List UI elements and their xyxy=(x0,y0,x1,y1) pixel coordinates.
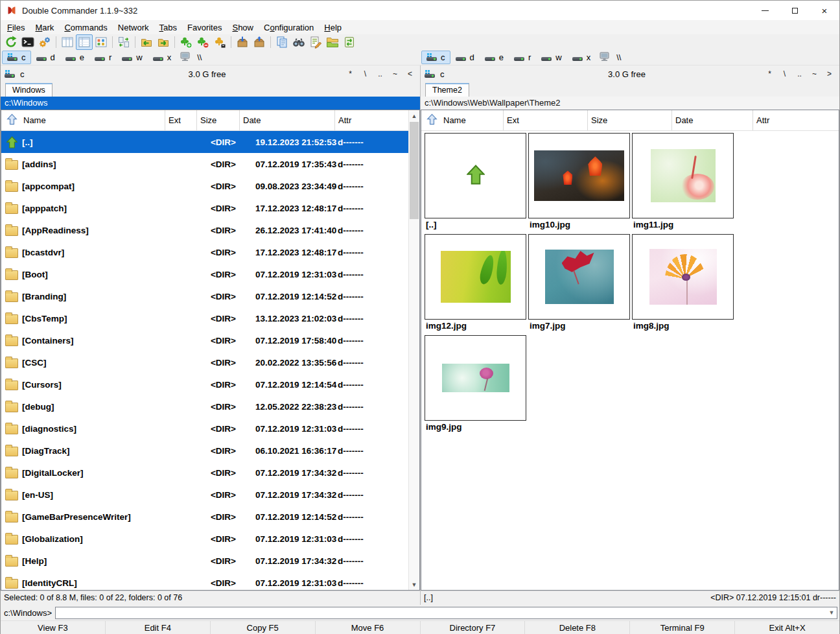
drive-button-right-w[interactable]: w xyxy=(536,51,566,64)
menu-favorites[interactable]: Favorites xyxy=(182,21,227,34)
fkey-button-f6[interactable]: Move F6 xyxy=(316,621,421,634)
fkey-button-f7[interactable]: Directory F7 xyxy=(421,621,526,634)
refresh-button[interactable] xyxy=(3,34,19,50)
file-row[interactable]: [Boot]<DIR>07.12.2019 12:31:03d------- xyxy=(1,263,419,285)
nav-button-right-4[interactable]: > xyxy=(823,69,835,79)
file-row[interactable]: [Containers]<DIR>07.12.2019 17:58:40d---… xyxy=(1,329,419,351)
bookmark-add-button[interactable] xyxy=(178,34,194,50)
file-row[interactable]: [Cursors]<DIR>07.12.2019 12:14:54d------… xyxy=(1,373,419,395)
column-header-attr[interactable]: Attr xyxy=(753,110,839,130)
go-back-button[interactable] xyxy=(138,34,155,50)
file-row[interactable]: [en-US]<DIR>07.12.2019 17:34:32d------- xyxy=(1,484,419,506)
bookmark-menu-button[interactable] xyxy=(211,34,228,50)
nav-button-right-2[interactable]: .. xyxy=(793,69,806,79)
menu-tabs[interactable]: Tabs xyxy=(154,21,182,34)
right-tab-theme2[interactable]: Theme2 xyxy=(425,83,469,97)
scroll-down-icon[interactable]: ▼ xyxy=(409,579,419,590)
thumbnail-img9.jpg[interactable] xyxy=(425,335,526,421)
nav-button-left-0[interactable]: * xyxy=(344,69,356,79)
thumbnail-img8.jpg[interactable] xyxy=(632,234,734,320)
close-button[interactable]: × xyxy=(810,1,839,20)
thumbnail-img10.jpg[interactable] xyxy=(528,133,630,218)
fkey-button-f4[interactable]: Edit F4 xyxy=(106,621,211,634)
file-row[interactable]: [..]<DIR>19.12.2023 21:52:53d------- xyxy=(1,131,419,153)
nav-button-right-0[interactable]: * xyxy=(764,69,776,79)
drive-button-left-c[interactable]: c xyxy=(2,51,31,64)
scrollbar-thumb[interactable] xyxy=(410,122,419,219)
drive-button-right-e[interactable]: e xyxy=(480,51,509,64)
thumbnail-up-directory[interactable] xyxy=(425,133,526,218)
column-header-size[interactable]: Size xyxy=(197,110,240,130)
thumbnail-img7.jpg[interactable] xyxy=(528,234,630,320)
left-current-drive[interactable]: c xyxy=(5,69,82,79)
file-row[interactable]: [CSC]<DIR>20.02.2022 13:35:56d------- xyxy=(1,351,419,373)
file-row[interactable]: [appcompat]<DIR>09.08.2023 23:34:49d----… xyxy=(1,175,419,197)
minimize-button[interactable] xyxy=(750,1,780,20)
fkey-button-f8[interactable]: Delete F8 xyxy=(525,621,630,634)
file-row[interactable]: [IdentityCRL]<DIR>07.12.2019 12:31:03d--… xyxy=(1,572,419,591)
nav-button-left-3[interactable]: ~ xyxy=(389,69,401,79)
menu-help[interactable]: Help xyxy=(319,21,347,34)
thumbnail-img12.jpg[interactable] xyxy=(425,234,526,320)
fkey-button-f9[interactable]: Terminal F9 xyxy=(630,621,735,634)
unpack-files-button[interactable] xyxy=(251,34,268,50)
file-row[interactable]: [GameBarPresenceWriter]<DIR>07.12.2019 1… xyxy=(1,506,419,528)
menu-mark[interactable]: Mark xyxy=(30,21,59,34)
nav-button-left-4[interactable]: < xyxy=(404,69,416,79)
file-row[interactable]: [addins]<DIR>07.12.2019 17:35:43d------- xyxy=(1,153,419,175)
file-row[interactable]: [Help]<DIR>07.12.2019 17:34:32d------- xyxy=(1,550,419,572)
file-row[interactable]: [apppatch]<DIR>17.12.2023 12:48:17d-----… xyxy=(1,197,419,219)
menu-commands[interactable]: Commands xyxy=(59,21,112,34)
full-view-button[interactable] xyxy=(76,34,93,50)
column-header-size[interactable]: Size xyxy=(588,110,672,130)
brief-view-button[interactable] xyxy=(59,34,76,50)
menu-show[interactable]: Show xyxy=(227,21,259,34)
go-forward-button[interactable] xyxy=(155,34,172,50)
directory-hotlist-button[interactable] xyxy=(324,34,341,50)
swap-panels-button[interactable] xyxy=(115,34,132,50)
drive-button-right-c[interactable]: c xyxy=(421,51,450,64)
network-drive-button-right[interactable] xyxy=(596,51,613,64)
right-path-bar[interactable]: c:\Windows\Web\Wallpaper\Theme2 xyxy=(421,97,839,110)
sync-dirs-button[interactable] xyxy=(341,34,358,50)
file-row[interactable]: [CbsTemp]<DIR>13.12.2023 21:02:03d------… xyxy=(1,307,419,329)
fkey-button-f3[interactable]: View F3 xyxy=(1,621,106,634)
file-row[interactable]: [Globalization]<DIR>07.12.2019 12:31:03d… xyxy=(1,528,419,550)
file-row[interactable]: [Branding]<DIR>07.12.2019 12:14:52d-----… xyxy=(1,285,419,307)
drive-button-right-x[interactable]: x xyxy=(567,51,596,64)
column-header-name[interactable]: Name xyxy=(1,110,165,130)
right-current-drive[interactable]: c xyxy=(425,69,502,79)
file-row[interactable]: [DigitalLocker]<DIR>07.12.2019 17:34:32d… xyxy=(1,462,419,484)
nav-button-left-1[interactable]: \ xyxy=(359,69,371,79)
file-row[interactable]: [DiagTrack]<DIR>06.10.2021 16:36:17d----… xyxy=(1,440,419,462)
nav-button-left-2[interactable]: .. xyxy=(374,69,386,79)
fkey-button-f5[interactable]: Copy F5 xyxy=(211,621,316,634)
options-button[interactable] xyxy=(36,34,53,50)
menu-configuration[interactable]: Configuration xyxy=(259,21,319,34)
drive-button-left-r[interactable]: r xyxy=(89,51,117,64)
network-share-button-left[interactable]: \\ xyxy=(194,51,205,64)
left-scrollbar[interactable]: ▲ ▼ xyxy=(408,110,419,590)
fkey-button-alt+x[interactable]: Exit Alt+X xyxy=(735,621,839,634)
bookmark-remove-button[interactable] xyxy=(194,34,211,50)
thumbnails-view-button[interactable] xyxy=(93,34,110,50)
copy-names-button[interactable] xyxy=(274,34,290,50)
drive-button-right-d[interactable]: d xyxy=(450,51,480,64)
file-row[interactable]: [AppReadiness]<DIR>26.12.2023 17:41:40d-… xyxy=(1,219,419,241)
network-share-button-right[interactable]: \\ xyxy=(613,51,624,64)
file-row[interactable]: [diagnostics]<DIR>07.12.2019 12:31:03d--… xyxy=(1,417,419,440)
file-row[interactable]: [debug]<DIR>12.05.2022 22:38:23d------- xyxy=(1,395,419,417)
column-header-ext[interactable]: Ext xyxy=(504,110,588,130)
scroll-up-icon[interactable]: ▲ xyxy=(409,110,419,121)
network-drive-button-left[interactable] xyxy=(176,51,194,64)
drive-button-left-d[interactable]: d xyxy=(31,51,60,64)
pack-files-button[interactable] xyxy=(234,34,251,50)
column-header-date[interactable]: Date xyxy=(672,110,753,130)
menu-network[interactable]: Network xyxy=(113,21,154,34)
drive-button-left-e[interactable]: e xyxy=(60,51,89,64)
multi-rename-button[interactable] xyxy=(307,34,324,50)
menu-files[interactable]: Files xyxy=(2,21,30,34)
drive-button-left-w[interactable]: w xyxy=(117,51,147,64)
column-header-name[interactable]: Name xyxy=(421,110,504,130)
file-row[interactable]: [bcastdvr]<DIR>17.12.2023 12:48:17d-----… xyxy=(1,241,419,263)
